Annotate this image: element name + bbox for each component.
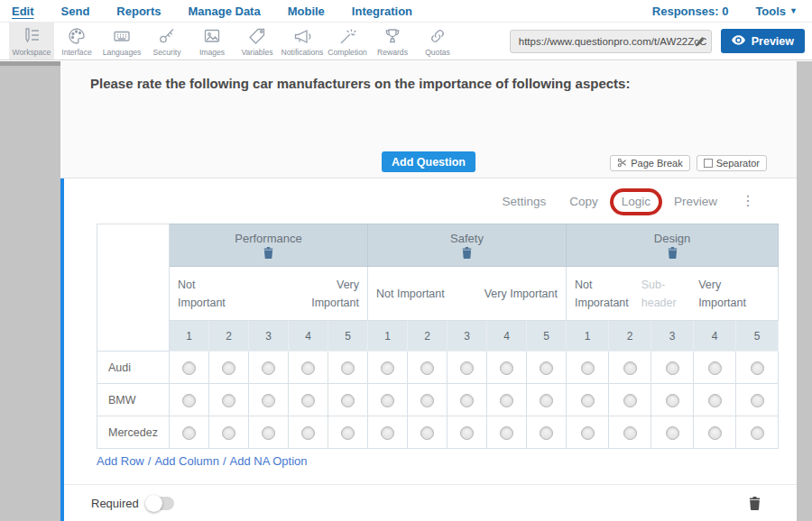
- subheader-left-label[interactable]: Not Important: [178, 276, 228, 312]
- radio-button[interactable]: [262, 426, 275, 440]
- radio-button[interactable]: [460, 394, 474, 407]
- add-na-option-link[interactable]: Add NA Option: [230, 454, 308, 468]
- subheader-placeholder[interactable]: Sub-header: [641, 276, 698, 312]
- toolbar-item-quotas[interactable]: Quotas: [415, 23, 460, 59]
- radio-button[interactable]: [708, 361, 722, 375]
- radio-button[interactable]: [222, 426, 235, 440]
- toolbar-item-workspace[interactable]: Workspace: [9, 23, 54, 59]
- radio-button[interactable]: [460, 426, 474, 440]
- radio-button[interactable]: [581, 426, 595, 440]
- menu-item-manage-data[interactable]: Manage Data: [188, 5, 260, 18]
- radio-button[interactable]: [262, 361, 275, 375]
- delete-column-group-trash-icon[interactable]: [170, 247, 367, 259]
- radio-button[interactable]: [381, 426, 394, 440]
- action-logic[interactable]: Logic: [622, 195, 651, 208]
- toolbar-item-interface[interactable]: Interface: [54, 23, 99, 59]
- radio-button[interactable]: [666, 361, 679, 375]
- radio-button[interactable]: [381, 394, 394, 407]
- toolbar-item-completion[interactable]: Completion: [325, 23, 370, 59]
- add-row-link[interactable]: Add Row: [97, 454, 144, 468]
- radio-button[interactable]: [341, 361, 355, 375]
- radio-button[interactable]: [500, 394, 513, 407]
- question-text[interactable]: Please rate the following car manufactur…: [90, 76, 630, 91]
- radio-button[interactable]: [540, 394, 553, 407]
- radio-button[interactable]: [420, 426, 434, 440]
- radio-button[interactable]: [540, 361, 553, 375]
- add-column-link[interactable]: Add Column: [154, 454, 219, 468]
- radio-button[interactable]: [751, 426, 764, 440]
- menu-item-reports[interactable]: Reports: [116, 5, 161, 18]
- tools-menu[interactable]: Tools ▼: [755, 5, 798, 18]
- radio-button[interactable]: [262, 394, 275, 407]
- subheader-left-label[interactable]: Not Important: [376, 285, 445, 303]
- radio-button[interactable]: [341, 394, 355, 407]
- radio-button[interactable]: [460, 361, 474, 375]
- separator-button[interactable]: Separator: [697, 155, 767, 171]
- radio-button[interactable]: [420, 361, 434, 375]
- radio-button[interactable]: [666, 394, 679, 407]
- subheader-right-label[interactable]: Very Important: [301, 276, 359, 312]
- radio-button[interactable]: [301, 361, 315, 375]
- action-preview[interactable]: Preview: [674, 195, 717, 208]
- radio-button[interactable]: [341, 426, 355, 440]
- row-label[interactable]: Audi: [97, 352, 170, 384]
- delete-question-trash-icon[interactable]: [749, 497, 761, 510]
- radio-button[interactable]: [708, 394, 722, 407]
- column-group-label[interactable]: Safety: [368, 232, 566, 245]
- kebab-menu-icon[interactable]: ⋮: [741, 194, 755, 208]
- column-group-header[interactable]: Safety: [368, 224, 567, 267]
- radio-button[interactable]: [500, 361, 513, 375]
- menu-item-edit[interactable]: Edit: [12, 5, 34, 18]
- radio-button[interactable]: [222, 394, 235, 407]
- row-label[interactable]: BMW: [97, 384, 170, 416]
- radio-button[interactable]: [623, 361, 637, 375]
- column-group-label[interactable]: Performance: [170, 232, 367, 245]
- survey-url-input[interactable]: https://www.questionpro.com/t/AW22ZcC: [510, 30, 712, 53]
- subheader-right-label[interactable]: Very Important: [484, 285, 558, 303]
- responses-count[interactable]: Responses: 0: [652, 5, 729, 18]
- toolbar-item-variables[interactable]: Variables: [235, 23, 280, 59]
- subheader-left-label[interactable]: Not Imporatant: [575, 276, 641, 312]
- subheader-right-label[interactable]: Very Important: [698, 276, 770, 312]
- menu-item-integration[interactable]: Integration: [352, 5, 412, 18]
- menu-item-send[interactable]: Send: [61, 5, 90, 18]
- radio-button[interactable]: [500, 426, 513, 440]
- edit-url-pencil-icon[interactable]: [695, 37, 705, 47]
- radio-button[interactable]: [301, 426, 315, 440]
- toolbar-item-security[interactable]: Security: [144, 23, 189, 59]
- menu-item-mobile[interactable]: Mobile: [288, 5, 325, 18]
- page-break-button[interactable]: Page Break: [610, 155, 689, 171]
- radio-button[interactable]: [182, 361, 196, 375]
- radio-button[interactable]: [623, 426, 637, 440]
- action-copy[interactable]: Copy: [569, 195, 598, 208]
- toolbar-item-languages[interactable]: Languages: [99, 23, 144, 59]
- radio-button[interactable]: [301, 394, 315, 407]
- add-question-button[interactable]: Add Question: [382, 151, 475, 172]
- radio-button[interactable]: [540, 426, 553, 440]
- radio-button[interactable]: [751, 361, 764, 375]
- column-group-header[interactable]: Design: [567, 224, 779, 267]
- radio-button[interactable]: [222, 361, 235, 375]
- delete-column-group-trash-icon[interactable]: [368, 247, 566, 259]
- radio-button[interactable]: [182, 426, 196, 440]
- column-group-header[interactable]: Performance: [170, 224, 368, 267]
- radio-button[interactable]: [182, 394, 196, 407]
- toolbar-item-rewards[interactable]: Rewards: [370, 23, 415, 59]
- radio-button[interactable]: [666, 426, 679, 440]
- radio-button[interactable]: [581, 394, 595, 407]
- delete-column-group-trash-icon[interactable]: [567, 247, 778, 259]
- row-label[interactable]: Mercedez: [97, 416, 170, 449]
- toolbar-item-images[interactable]: Images: [189, 23, 235, 59]
- required-toggle[interactable]: [147, 497, 174, 510]
- radio-button[interactable]: [581, 361, 595, 375]
- preview-label: Preview: [752, 35, 794, 48]
- radio-button[interactable]: [708, 426, 722, 440]
- radio-button[interactable]: [623, 394, 637, 407]
- toolbar-item-notifications[interactable]: Notifications: [280, 23, 325, 59]
- action-settings[interactable]: Settings: [502, 195, 546, 208]
- column-group-label[interactable]: Design: [567, 232, 778, 245]
- preview-button[interactable]: Preview: [721, 29, 805, 53]
- radio-button[interactable]: [751, 394, 764, 407]
- radio-button[interactable]: [420, 394, 434, 407]
- radio-button[interactable]: [381, 361, 394, 375]
